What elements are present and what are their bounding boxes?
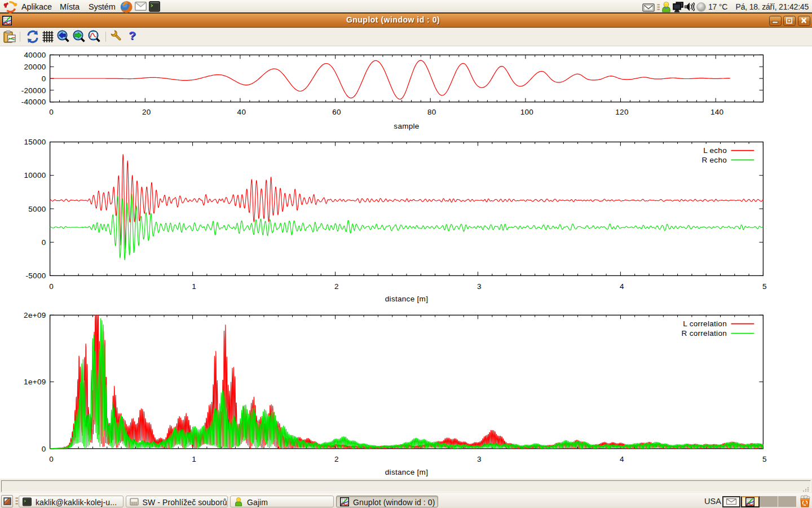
svg-text:5: 5 bbox=[762, 455, 767, 463]
svg-text:4: 4 bbox=[620, 282, 624, 291]
svg-text:2: 2 bbox=[334, 455, 339, 463]
svg-text:60: 60 bbox=[332, 108, 341, 116]
svg-text:120: 120 bbox=[615, 108, 628, 116]
svg-text:10000: 10000 bbox=[24, 171, 46, 179]
svg-text:40000: 40000 bbox=[24, 51, 46, 59]
svg-text:-5000: -5000 bbox=[25, 271, 46, 280]
svg-text:4: 4 bbox=[620, 455, 624, 463]
svg-text:0: 0 bbox=[49, 282, 54, 291]
svg-text:-40000: -40000 bbox=[21, 98, 46, 106]
svg-text:0: 0 bbox=[49, 455, 54, 463]
svg-text:0: 0 bbox=[42, 445, 46, 453]
svg-text:20000: 20000 bbox=[24, 63, 46, 71]
svg-text:20: 20 bbox=[142, 108, 151, 116]
svg-text:R correlation: R correlation bbox=[682, 329, 727, 338]
svg-text:1e+09: 1e+09 bbox=[24, 378, 46, 386]
svg-text:L correlation: L correlation bbox=[683, 319, 727, 328]
svg-text:0: 0 bbox=[42, 238, 46, 247]
svg-text:100: 100 bbox=[520, 108, 533, 116]
svg-text:L echo: L echo bbox=[703, 146, 727, 155]
svg-text:140: 140 bbox=[710, 108, 723, 116]
svg-text:15000: 15000 bbox=[24, 138, 46, 146]
svg-text:80: 80 bbox=[427, 108, 436, 116]
svg-text:1: 1 bbox=[192, 455, 196, 463]
svg-text:0: 0 bbox=[42, 75, 46, 83]
svg-text:-20000: -20000 bbox=[21, 86, 46, 95]
svg-text:2e+09: 2e+09 bbox=[24, 311, 46, 319]
svg-text:0: 0 bbox=[49, 108, 54, 116]
svg-text:3: 3 bbox=[477, 455, 482, 463]
svg-text:R echo: R echo bbox=[701, 156, 727, 164]
svg-text:40: 40 bbox=[237, 108, 246, 116]
svg-text:distance [m]: distance [m] bbox=[385, 468, 428, 476]
svg-text:2: 2 bbox=[334, 282, 339, 291]
svg-text:sample: sample bbox=[394, 122, 419, 130]
svg-text:5000: 5000 bbox=[28, 205, 46, 213]
svg-text:3: 3 bbox=[477, 282, 482, 291]
svg-text:distance [m]: distance [m] bbox=[385, 295, 428, 303]
svg-text:5: 5 bbox=[762, 282, 767, 291]
svg-text:1: 1 bbox=[192, 282, 196, 291]
